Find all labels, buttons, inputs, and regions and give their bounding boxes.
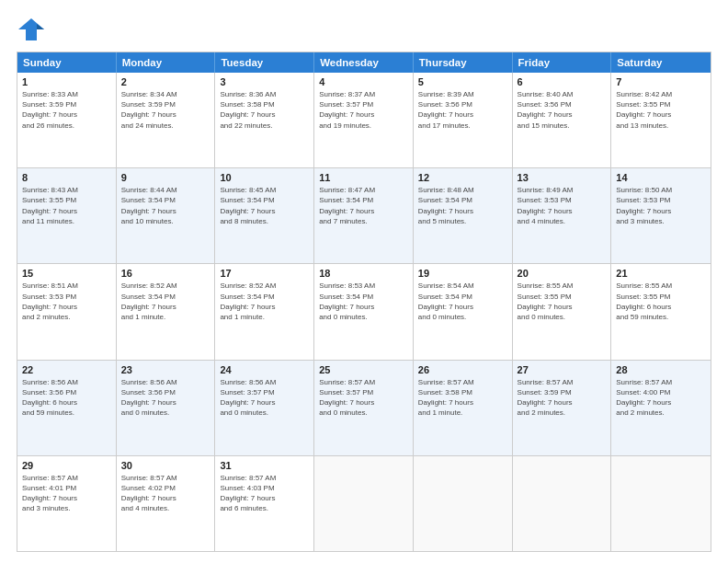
calendar-row-2: 8Sunrise: 8:43 AMSunset: 3:55 PMDaylight… — [17, 167, 711, 263]
cell-line: Sunrise: 8:56 AM — [121, 377, 210, 387]
cell-line: Sunset: 3:59 PM — [121, 99, 210, 109]
cell-line: Sunset: 3:57 PM — [319, 99, 408, 109]
cell-line: Daylight: 7 hours — [121, 397, 210, 408]
cell-line: Daylight: 7 hours — [220, 109, 309, 120]
cal-cell-day-8: 8Sunrise: 8:43 AMSunset: 3:55 PMDaylight… — [17, 168, 117, 263]
cell-line: and 24 minutes. — [121, 121, 210, 131]
day-number: 19 — [418, 268, 507, 279]
cell-line: Sunrise: 8:47 AM — [319, 185, 408, 195]
cell-line: and 15 minutes. — [518, 121, 607, 131]
calendar-row-4: 22Sunrise: 8:56 AMSunset: 3:56 PMDayligh… — [17, 360, 711, 455]
cell-line: Sunset: 3:56 PM — [518, 99, 607, 109]
cell-line: and 59 minutes. — [22, 408, 111, 418]
day-number: 15 — [22, 268, 111, 279]
cell-line: Sunset: 4:00 PM — [616, 387, 706, 397]
header-day-thursday: Thursday — [414, 52, 513, 73]
day-number: 17 — [220, 268, 309, 279]
cell-line: Daylight: 7 hours — [121, 302, 210, 312]
cell-line: and 6 minutes. — [220, 503, 309, 513]
cal-cell-day-19: 19Sunrise: 8:54 AMSunset: 3:54 PMDayligh… — [414, 264, 513, 359]
cal-cell-day-22: 22Sunrise: 8:56 AMSunset: 3:56 PMDayligh… — [17, 361, 117, 455]
cell-line: Sunrise: 8:34 AM — [121, 89, 210, 99]
cell-line: Sunrise: 8:55 AM — [518, 281, 607, 291]
cell-line: and 59 minutes. — [616, 312, 706, 322]
cell-line: Sunrise: 8:56 AM — [220, 377, 309, 387]
cell-line: Daylight: 7 hours — [518, 302, 607, 312]
cell-line: Daylight: 7 hours — [220, 302, 309, 312]
cell-line: Sunrise: 8:56 AM — [22, 377, 111, 387]
cell-line: Daylight: 7 hours — [220, 206, 309, 216]
cell-line: Sunset: 3:56 PM — [121, 387, 210, 397]
cell-line: and 17 minutes. — [418, 121, 507, 131]
cell-line: and 19 minutes. — [319, 121, 408, 131]
day-number: 1 — [22, 76, 111, 87]
cell-line: and 1 minute. — [220, 312, 309, 322]
cell-line: and 5 minutes. — [418, 216, 507, 226]
cell-line: Daylight: 7 hours — [319, 302, 408, 312]
cell-line: Sunset: 4:03 PM — [220, 483, 309, 493]
cal-cell-day-11: 11Sunrise: 8:47 AMSunset: 3:54 PMDayligh… — [314, 168, 414, 263]
cell-line: Sunrise: 8:53 AM — [319, 281, 408, 291]
cell-line: Daylight: 7 hours — [22, 206, 111, 216]
cell-line: Sunset: 3:57 PM — [220, 387, 309, 397]
cell-line: Sunrise: 8:48 AM — [418, 185, 507, 195]
cell-line: Sunrise: 8:52 AM — [220, 281, 309, 291]
calendar-body: 1Sunrise: 8:33 AMSunset: 3:59 PMDaylight… — [17, 73, 711, 551]
cell-line: Daylight: 6 hours — [22, 397, 111, 408]
cell-line: Sunrise: 8:44 AM — [121, 185, 210, 195]
cell-line: Sunset: 3:53 PM — [22, 292, 111, 302]
cell-line: Daylight: 7 hours — [121, 109, 210, 120]
day-number: 28 — [616, 364, 706, 375]
day-number: 12 — [418, 172, 507, 183]
cal-cell-day-5: 5Sunrise: 8:39 AMSunset: 3:56 PMDaylight… — [414, 73, 513, 167]
cell-line: Sunrise: 8:36 AM — [220, 89, 309, 99]
cal-cell-day-24: 24Sunrise: 8:56 AMSunset: 3:57 PMDayligh… — [215, 361, 314, 455]
day-number: 18 — [319, 268, 408, 279]
header-day-tuesday: Tuesday — [215, 52, 314, 73]
cal-cell-day-27: 27Sunrise: 8:57 AMSunset: 3:59 PMDayligh… — [513, 361, 612, 455]
day-number: 2 — [121, 76, 210, 87]
cell-line: Daylight: 7 hours — [616, 397, 706, 408]
cell-line: Sunrise: 8:57 AM — [220, 473, 309, 483]
cell-line: and 13 minutes. — [616, 121, 706, 131]
cell-line: and 22 minutes. — [220, 121, 309, 131]
cal-cell-empty — [513, 456, 612, 551]
day-number: 29 — [22, 460, 111, 471]
cell-line: Sunset: 3:54 PM — [220, 292, 309, 302]
day-number: 6 — [518, 76, 607, 87]
cell-line: and 10 minutes. — [121, 216, 210, 226]
day-number: 24 — [220, 364, 309, 375]
logo-icon — [17, 17, 46, 42]
calendar-header: SundayMondayTuesdayWednesdayThursdayFrid… — [17, 52, 711, 73]
cell-line: Daylight: 7 hours — [518, 206, 607, 216]
cell-line: and 3 minutes. — [616, 216, 706, 226]
cell-line: Sunset: 3:54 PM — [121, 195, 210, 205]
header-day-saturday: Saturday — [611, 52, 711, 73]
cell-line: and 0 minutes. — [220, 408, 309, 418]
day-number: 3 — [220, 76, 309, 87]
cell-line: Sunset: 3:57 PM — [319, 387, 408, 397]
cell-line: and 0 minutes. — [121, 408, 210, 418]
cell-line: Sunrise: 8:37 AM — [319, 89, 408, 99]
cell-line: and 0 minutes. — [518, 312, 607, 322]
calendar-row-3: 15Sunrise: 8:51 AMSunset: 3:53 PMDayligh… — [17, 263, 711, 359]
cell-line: Sunset: 3:56 PM — [418, 99, 507, 109]
cell-line: and 2 minutes. — [22, 312, 111, 322]
cal-cell-day-25: 25Sunrise: 8:57 AMSunset: 3:57 PMDayligh… — [314, 361, 414, 455]
cell-line: and 11 minutes. — [22, 216, 111, 226]
cell-line: Sunset: 3:55 PM — [616, 292, 706, 302]
cell-line: Sunset: 3:59 PM — [518, 387, 607, 397]
cell-line: and 0 minutes. — [319, 312, 408, 322]
cell-line: Daylight: 7 hours — [518, 109, 607, 120]
cell-line: and 2 minutes. — [518, 408, 607, 418]
cell-line: Sunrise: 8:57 AM — [616, 377, 706, 387]
cell-line: Daylight: 6 hours — [616, 302, 706, 312]
cell-line: and 4 minutes. — [518, 216, 607, 226]
cell-line: Daylight: 7 hours — [319, 109, 408, 120]
cell-line: and 7 minutes. — [319, 216, 408, 226]
cell-line: Daylight: 7 hours — [22, 493, 111, 503]
cal-cell-day-1: 1Sunrise: 8:33 AMSunset: 3:59 PMDaylight… — [17, 73, 117, 167]
cal-cell-day-10: 10Sunrise: 8:45 AMSunset: 3:54 PMDayligh… — [215, 168, 314, 263]
cell-line: and 0 minutes. — [418, 312, 507, 322]
cell-line: Sunrise: 8:50 AM — [616, 185, 706, 195]
